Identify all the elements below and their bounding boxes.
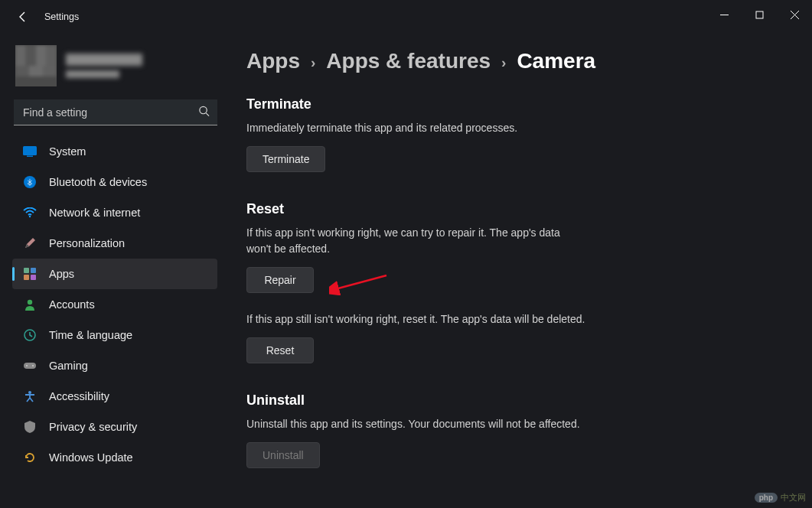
sidebar-item-accessibility[interactable]: Accessibility: [12, 381, 217, 412]
wifi-icon: [23, 206, 37, 220]
watermark-text: 中文网: [781, 492, 806, 503]
accessibility-icon: [23, 389, 37, 403]
chevron-right-icon: ›: [311, 54, 315, 71]
user-text: [66, 54, 142, 78]
search-input[interactable]: [14, 99, 217, 125]
svg-point-9: [29, 216, 31, 217]
sidebar-item-label: Accounts: [49, 298, 95, 311]
apps-icon: [23, 267, 37, 281]
sidebar-item-label: Bluetooth & devices: [49, 176, 147, 188]
breadcrumb: Apps › Apps & features › Camera: [246, 49, 781, 73]
reset-desc-2: If this app still isn't working right, r…: [246, 311, 629, 327]
sidebar-item-label: Network & internet: [49, 207, 140, 219]
svg-point-19: [28, 391, 31, 394]
svg-rect-16: [24, 363, 36, 369]
search-icon: [198, 106, 210, 120]
svg-rect-12: [24, 275, 29, 280]
clock-icon: [23, 328, 37, 342]
svg-line-5: [206, 113, 209, 116]
sidebar-item-system[interactable]: System: [12, 136, 217, 167]
breadcrumb-current: Camera: [517, 49, 595, 73]
watermark: php 中文网: [755, 492, 806, 503]
svg-rect-10: [24, 268, 29, 273]
window-title: Settings: [44, 11, 79, 22]
watermark-badge: php: [755, 493, 778, 503]
reset-desc-1: If this app isn't working right, we can …: [246, 225, 576, 256]
sidebar-item-label: Apps: [49, 268, 74, 280]
user-name-redacted: [66, 54, 142, 66]
breadcrumb-apps-features[interactable]: Apps & features: [326, 49, 491, 73]
sidebar-item-privacy[interactable]: Privacy & security: [12, 412, 217, 442]
svg-point-17: [26, 365, 28, 366]
uninstall-title: Uninstall: [246, 392, 781, 409]
close-button[interactable]: [777, 2, 812, 27]
svg-rect-6: [23, 146, 37, 155]
sidebar-item-label: Time & language: [49, 329, 132, 341]
svg-point-14: [28, 300, 32, 304]
svg-rect-11: [31, 268, 36, 273]
window-controls: [706, 7, 812, 27]
chevron-right-icon: ›: [501, 54, 506, 71]
sidebar-item-windows-update[interactable]: Windows Update: [12, 442, 217, 473]
search-wrap: [14, 99, 217, 125]
gamepad-icon: [23, 359, 37, 373]
person-icon: [23, 298, 37, 311]
svg-rect-1: [756, 11, 763, 18]
sidebar-item-network[interactable]: Network & internet: [12, 197, 217, 228]
uninstall-button: Uninstall: [246, 442, 320, 468]
update-icon: [23, 451, 37, 464]
brush-icon: [23, 236, 37, 250]
system-icon: [23, 145, 37, 158]
title-bar: Settings: [0, 0, 812, 34]
terminate-desc: Immediately terminate this app and its r…: [246, 120, 576, 135]
repair-button[interactable]: Repair: [246, 267, 314, 293]
user-account-block[interactable]: [12, 38, 227, 93]
nav: System Bluetooth & devices Network & int…: [12, 136, 227, 473]
svg-point-4: [200, 106, 207, 113]
sidebar: System Bluetooth & devices Network & int…: [0, 34, 228, 508]
sidebar-item-personalization[interactable]: Personalization: [12, 228, 217, 259]
sidebar-item-label: Gaming: [49, 360, 88, 372]
sidebar-item-label: Accessibility: [49, 390, 109, 402]
sidebar-item-label: System: [49, 145, 86, 158]
shield-icon: [23, 420, 37, 434]
user-email-redacted: [66, 70, 119, 78]
avatar: [15, 45, 57, 86]
breadcrumb-apps[interactable]: Apps: [246, 49, 300, 73]
svg-rect-13: [31, 275, 36, 280]
sidebar-item-label: Personalization: [49, 237, 125, 249]
bluetooth-icon: [23, 175, 37, 189]
svg-rect-7: [27, 156, 33, 158]
sidebar-item-bluetooth[interactable]: Bluetooth & devices: [12, 167, 217, 197]
svg-point-18: [32, 365, 34, 366]
reset-button[interactable]: Reset: [246, 337, 314, 363]
main-content: Apps › Apps & features › Camera Terminat…: [228, 34, 812, 508]
sidebar-item-gaming[interactable]: Gaming: [12, 350, 217, 381]
terminate-title: Terminate: [246, 96, 781, 112]
sidebar-item-apps[interactable]: Apps: [12, 259, 217, 289]
uninstall-desc: Uninstall this app and its settings. You…: [246, 416, 629, 431]
reset-title: Reset: [246, 201, 781, 217]
sidebar-item-time[interactable]: Time & language: [12, 320, 217, 350]
maximize-button[interactable]: [742, 2, 777, 27]
sidebar-item-label: Privacy & security: [49, 421, 137, 433]
back-button[interactable]: [14, 8, 32, 26]
terminate-button[interactable]: Terminate: [246, 146, 325, 172]
sidebar-item-label: Windows Update: [49, 451, 133, 464]
minimize-button[interactable]: [706, 2, 742, 27]
sidebar-item-accounts[interactable]: Accounts: [12, 289, 217, 320]
